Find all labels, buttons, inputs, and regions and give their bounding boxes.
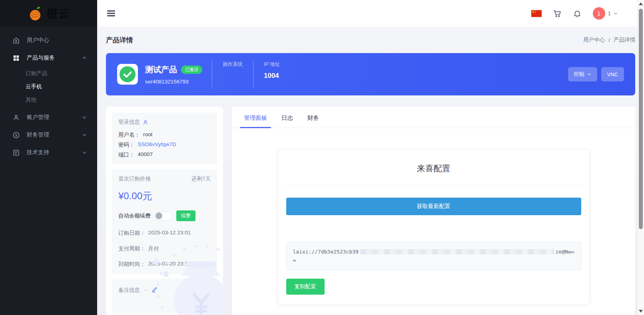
os-label: 操作系统 (223, 61, 243, 68)
tab-logs[interactable]: 日志 (274, 107, 300, 128)
copy-config-button[interactable]: 复制配置 (286, 279, 325, 295)
laixi-config-panel: 来喜配置 获取最新配置 laixi://7db3e2523cb39 ze@Nw=… (278, 149, 590, 305)
grid-icon (12, 54, 20, 62)
config-redacted-segment (360, 249, 554, 254)
sidebar-subitem-cloud-phone[interactable]: 云手机 (0, 80, 97, 93)
product-banner: 测试产品 已激活 ser408132156793 操作系统 IP 地址 1004 (106, 53, 635, 95)
sidebar-item-products-services[interactable]: 产品与服务 (0, 49, 97, 67)
sidebar-subitem-label: 其他 (26, 96, 36, 103)
billing-cycle-label: 支付周期： (118, 245, 146, 252)
billing-cycle-value: 月付 (148, 245, 159, 252)
control-button[interactable]: 控制 (568, 67, 597, 81)
status-badge: 已激活 (181, 65, 202, 74)
fetch-config-button[interactable]: 获取最新配置 (286, 198, 581, 215)
chevron-down-icon (82, 115, 87, 120)
login-info-title: 登录信息 (118, 119, 140, 126)
sidebar: 橙云 用户中心 产品与服务 (0, 0, 97, 315)
user-menu[interactable]: 1 1 (593, 7, 618, 20)
pricing-section: 首次订购价格 还剩7天 ¥0.00元 自动余额续费 续费 订购日期 (112, 169, 217, 274)
notes-value: - (145, 287, 147, 293)
port-label: 端口： (118, 151, 135, 158)
product-serial: ser408132156793 (145, 79, 202, 85)
sidebar-item-label: 技术支持 (27, 149, 49, 156)
os-value (223, 72, 243, 80)
port-row: 端口： 40007 (118, 151, 211, 158)
control-button-label: 控制 (574, 71, 584, 78)
password-row: 密码： SSO6vVyfqw7D (118, 141, 211, 149)
topbar: 1 1 (97, 0, 644, 27)
chevron-down-icon (614, 12, 618, 16)
vnc-button-label: VNC (607, 71, 618, 77)
tab-bar: 管理面板 日志 财务 (232, 107, 635, 128)
port-value: 40007 (138, 151, 153, 158)
brand-logo[interactable]: 橙云 (0, 0, 97, 27)
page-content: 产品详情 用户中心 / 产品详情 测试产品 (97, 27, 644, 315)
order-date-value: 2025-03-12 23:01 (148, 230, 191, 237)
banner-field-ip: IP 地址 1004 (253, 53, 290, 95)
content-columns: 登录信息 用户名： root 密码 (106, 107, 635, 315)
panel-title: 来喜配置 (286, 163, 581, 174)
panel-divider (286, 185, 581, 186)
tab-finance[interactable]: 财务 (300, 107, 326, 128)
ip-label: IP 地址 (264, 61, 280, 68)
sidebar-subitem-label: 订购产品 (26, 70, 47, 77)
login-info-section: 登录信息 用户名： root 密码 (112, 113, 217, 164)
product-info-card: 登录信息 用户名： root 密码 (106, 107, 223, 315)
password-value[interactable]: SSO6vVyfqw7D (138, 141, 176, 149)
sidebar-item-tech-support[interactable]: 技术支持 (0, 144, 97, 161)
sidebar-item-account-management[interactable]: 账户管理 (0, 109, 97, 126)
product-identity: 测试产品 已激活 ser408132156793 (145, 64, 202, 85)
hamburger-menu-icon[interactable] (107, 9, 115, 18)
page-title: 产品详情 (106, 36, 133, 45)
chevron-down-icon (82, 133, 87, 137)
renew-button[interactable]: 续费 (176, 210, 195, 221)
avatar[interactable]: 1 (593, 7, 605, 20)
edit-pencil-icon[interactable] (152, 286, 158, 293)
sidebar-subitem-order-product[interactable]: 订购产品 (0, 67, 97, 80)
china-flag-icon[interactable] (531, 10, 542, 17)
config-output: laixi://7db3e2523cb39 ze@Nw= = (286, 242, 581, 271)
page-header: 产品详情 用户中心 / 产品详情 (106, 27, 635, 53)
auto-renew-toggle[interactable] (154, 211, 173, 220)
expiry-label: 到期时间： (118, 261, 146, 268)
person-icon (143, 119, 148, 125)
notes-section: 备注信息 - (112, 279, 217, 313)
bell-icon[interactable] (573, 9, 582, 18)
sidebar-item-label: 财务管理 (27, 131, 49, 139)
banner-actions: 控制 VNC (568, 67, 624, 81)
config-line2: = (293, 256, 574, 264)
product-name: 测试产品 (145, 64, 177, 75)
scrollbar-up-arrow[interactable] (639, 2, 643, 5)
auto-renew-row: 自动余额续费 续费 (118, 210, 211, 221)
price-label: 首次订购价格 (118, 175, 151, 182)
management-card: 管理面板 日志 财务 来喜配置 获取最新配置 laixi://7db3e2523… (232, 107, 635, 315)
password-label: 密码： (118, 141, 135, 149)
home-icon (12, 37, 20, 44)
scrollbar-thumb[interactable] (639, 9, 643, 229)
document-icon (12, 149, 20, 157)
sidebar-item-finance-management[interactable]: $ 财务管理 (0, 126, 97, 144)
vnc-button[interactable]: VNC (601, 67, 624, 81)
chevron-down-icon (82, 150, 87, 155)
expiry-row: 到期时间： 2025-03-20 23:10 (118, 261, 211, 268)
username-label: 用户名： (118, 131, 140, 139)
breadcrumb-user-center[interactable]: 用户中心 (583, 36, 605, 44)
cart-icon[interactable] (553, 9, 562, 18)
sidebar-item-label: 用户中心 (27, 37, 49, 44)
brand-name: 橙云 (47, 6, 70, 21)
sidebar-subitem-other[interactable]: 其他 (0, 93, 97, 106)
order-date-row: 订购日期： 2025-03-12 23:01 (118, 230, 211, 237)
config-suffix: ze@Nw= (556, 248, 574, 256)
vertical-scrollbar[interactable] (637, 0, 644, 315)
username-value: root (143, 131, 152, 139)
scrollbar-down-arrow[interactable] (639, 310, 643, 313)
price-value: ¥0.00元 (118, 190, 211, 202)
username-label: 1 (608, 10, 611, 16)
config-prefix: laixi://7db3e2523cb39 (293, 248, 359, 256)
sidebar-subitem-label: 云手机 (26, 83, 42, 90)
check-circle-icon (119, 66, 136, 83)
chevron-up-icon (82, 55, 87, 60)
sidebar-item-user-center[interactable]: 用户中心 (0, 32, 97, 49)
user-icon (12, 114, 20, 121)
tab-management-panel[interactable]: 管理面板 (237, 107, 274, 128)
